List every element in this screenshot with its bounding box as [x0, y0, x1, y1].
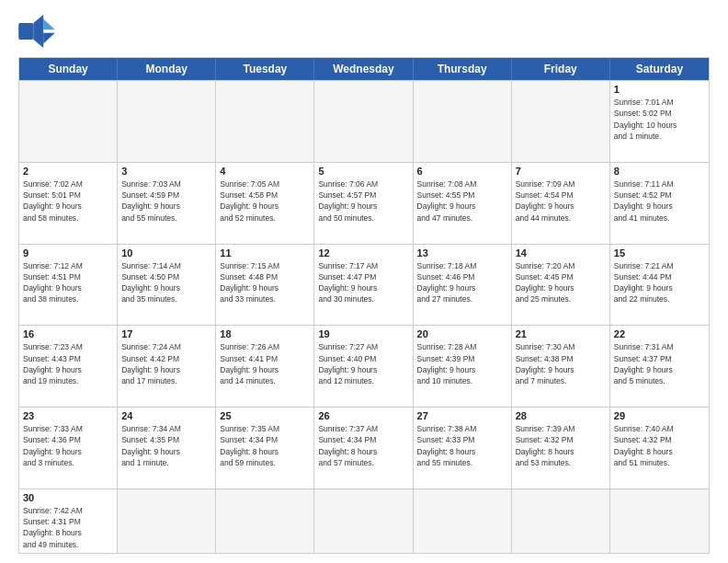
cal-cell-empty-5-5	[512, 489, 610, 553]
day-info: Sunrise: 7:35 AM Sunset: 4:34 PM Dayligh…	[220, 423, 310, 468]
day-info: Sunrise: 7:42 AM Sunset: 4:31 PM Dayligh…	[23, 505, 113, 550]
day-info: Sunrise: 7:23 AM Sunset: 4:43 PM Dayligh…	[23, 341, 113, 386]
day-info: Sunrise: 7:02 AM Sunset: 5:01 PM Dayligh…	[23, 178, 113, 224]
day-number: 18	[220, 328, 310, 339]
cal-cell-26: 26Sunrise: 7:37 AM Sunset: 4:34 PM Dayli…	[314, 408, 413, 488]
week-row-5: 30Sunrise: 7:42 AM Sunset: 4:31 PM Dayli…	[19, 488, 709, 553]
day-number: 20	[417, 328, 507, 339]
cal-cell-30: 30Sunrise: 7:42 AM Sunset: 4:31 PM Dayli…	[19, 489, 118, 553]
cal-cell-14: 14Sunrise: 7:20 AM Sunset: 4:45 PM Dayli…	[512, 245, 610, 326]
cal-cell-19: 19Sunrise: 7:27 AM Sunset: 4:40 PM Dayli…	[314, 326, 413, 407]
day-number: 16	[23, 328, 113, 339]
day-info: Sunrise: 7:15 AM Sunset: 4:48 PM Dayligh…	[220, 260, 310, 305]
cal-cell-13: 13Sunrise: 7:18 AM Sunset: 4:46 PM Dayli…	[414, 245, 512, 326]
day-info: Sunrise: 7:12 AM Sunset: 4:51 PM Dayligh…	[23, 260, 113, 305]
day-info: Sunrise: 7:34 AM Sunset: 4:35 PM Dayligh…	[121, 423, 211, 468]
day-info: Sunrise: 7:21 AM Sunset: 4:44 PM Dayligh…	[614, 260, 705, 305]
svg-marker-1	[33, 15, 43, 48]
day-info: Sunrise: 7:01 AM Sunset: 5:02 PM Dayligh…	[614, 97, 705, 142]
svg-marker-3	[43, 33, 55, 44]
day-number: 28	[516, 410, 606, 421]
cal-cell-empty-5-2	[216, 489, 314, 553]
cal-cell-22: 22Sunrise: 7:31 AM Sunset: 4:37 PM Dayli…	[610, 326, 709, 407]
cal-cell-24: 24Sunrise: 7:34 AM Sunset: 4:35 PM Dayli…	[118, 408, 216, 488]
calendar: SundayMondayTuesdayWednesdayThursdayFrid…	[18, 57, 710, 554]
day-info: Sunrise: 7:31 AM Sunset: 4:37 PM Dayligh…	[614, 341, 705, 386]
day-info: Sunrise: 7:03 AM Sunset: 4:59 PM Dayligh…	[121, 178, 211, 224]
day-number: 13	[417, 247, 507, 259]
day-info: Sunrise: 7:38 AM Sunset: 4:33 PM Dayligh…	[417, 423, 507, 468]
day-number: 26	[318, 410, 408, 421]
page: SundayMondayTuesdayWednesdayThursdayFrid…	[0, 0, 728, 563]
header-day-friday: Friday	[512, 58, 610, 80]
day-info: Sunrise: 7:37 AM Sunset: 4:34 PM Dayligh…	[318, 423, 408, 468]
day-info: Sunrise: 7:33 AM Sunset: 4:36 PM Dayligh…	[23, 423, 113, 468]
day-number: 30	[23, 492, 113, 503]
cal-cell-9: 9Sunrise: 7:12 AM Sunset: 4:51 PM Daylig…	[19, 245, 118, 326]
cal-cell-10: 10Sunrise: 7:14 AM Sunset: 4:50 PM Dayli…	[118, 245, 216, 326]
cal-cell-empty-5-4	[414, 489, 512, 553]
day-info: Sunrise: 7:14 AM Sunset: 4:50 PM Dayligh…	[121, 260, 211, 305]
cal-cell-15: 15Sunrise: 7:21 AM Sunset: 4:44 PM Dayli…	[610, 245, 709, 326]
week-row-3: 16Sunrise: 7:23 AM Sunset: 4:43 PM Dayli…	[19, 325, 709, 407]
day-number: 19	[318, 328, 408, 339]
day-number: 8	[614, 166, 705, 177]
cal-cell-28: 28Sunrise: 7:39 AM Sunset: 4:32 PM Dayli…	[512, 408, 610, 488]
cal-cell-6: 6Sunrise: 7:08 AM Sunset: 4:55 PM Daylig…	[414, 163, 512, 244]
week-row-4: 23Sunrise: 7:33 AM Sunset: 4:36 PM Dayli…	[19, 407, 709, 488]
cal-cell-3: 3Sunrise: 7:03 AM Sunset: 4:59 PM Daylig…	[118, 163, 216, 244]
day-number: 29	[614, 410, 705, 421]
day-number: 11	[220, 247, 310, 259]
cal-cell-29: 29Sunrise: 7:40 AM Sunset: 4:32 PM Dayli…	[610, 408, 709, 488]
cal-cell-16: 16Sunrise: 7:23 AM Sunset: 4:43 PM Dayli…	[19, 326, 118, 407]
day-number: 25	[220, 410, 310, 421]
cal-cell-empty-0-0	[19, 81, 118, 162]
svg-rect-0	[18, 23, 33, 40]
day-info: Sunrise: 7:18 AM Sunset: 4:46 PM Dayligh…	[417, 260, 507, 305]
cal-cell-empty-0-3	[314, 81, 413, 162]
cal-cell-25: 25Sunrise: 7:35 AM Sunset: 4:34 PM Dayli…	[216, 408, 314, 488]
day-number: 2	[23, 166, 113, 177]
day-info: Sunrise: 7:39 AM Sunset: 4:32 PM Dayligh…	[516, 423, 606, 468]
day-number: 23	[23, 410, 113, 421]
cal-cell-23: 23Sunrise: 7:33 AM Sunset: 4:36 PM Dayli…	[19, 408, 118, 488]
cal-cell-empty-5-3	[314, 489, 413, 553]
week-row-2: 9Sunrise: 7:12 AM Sunset: 4:51 PM Daylig…	[19, 244, 709, 326]
cal-cell-empty-5-6	[610, 489, 709, 553]
day-info: Sunrise: 7:20 AM Sunset: 4:45 PM Dayligh…	[516, 260, 606, 305]
header-day-tuesday: Tuesday	[216, 58, 314, 80]
day-number: 4	[220, 166, 310, 177]
header-day-saturday: Saturday	[610, 58, 709, 80]
day-info: Sunrise: 7:05 AM Sunset: 4:58 PM Dayligh…	[220, 178, 310, 224]
day-info: Sunrise: 7:08 AM Sunset: 4:55 PM Dayligh…	[417, 178, 507, 224]
day-number: 14	[516, 247, 606, 259]
day-number: 27	[417, 410, 507, 421]
day-info: Sunrise: 7:11 AM Sunset: 4:52 PM Dayligh…	[614, 178, 705, 224]
day-info: Sunrise: 7:24 AM Sunset: 4:42 PM Dayligh…	[121, 341, 211, 386]
cal-cell-20: 20Sunrise: 7:28 AM Sunset: 4:39 PM Dayli…	[414, 326, 512, 407]
header-day-thursday: Thursday	[414, 58, 512, 80]
day-info: Sunrise: 7:40 AM Sunset: 4:32 PM Dayligh…	[614, 423, 705, 468]
day-number: 24	[121, 410, 211, 421]
day-number: 7	[516, 166, 606, 177]
day-info: Sunrise: 7:27 AM Sunset: 4:40 PM Dayligh…	[318, 341, 408, 386]
day-info: Sunrise: 7:06 AM Sunset: 4:57 PM Dayligh…	[318, 178, 408, 224]
cal-cell-empty-5-1	[118, 489, 216, 553]
header-day-sunday: Sunday	[19, 58, 118, 80]
cal-cell-27: 27Sunrise: 7:38 AM Sunset: 4:33 PM Dayli…	[414, 408, 512, 488]
day-info: Sunrise: 7:26 AM Sunset: 4:41 PM Dayligh…	[220, 341, 310, 386]
cal-cell-4: 4Sunrise: 7:05 AM Sunset: 4:58 PM Daylig…	[216, 163, 314, 244]
day-info: Sunrise: 7:30 AM Sunset: 4:38 PM Dayligh…	[516, 341, 606, 386]
cal-cell-2: 2Sunrise: 7:02 AM Sunset: 5:01 PM Daylig…	[19, 163, 118, 244]
cal-cell-empty-0-2	[216, 81, 314, 162]
cal-cell-11: 11Sunrise: 7:15 AM Sunset: 4:48 PM Dayli…	[216, 245, 314, 326]
week-row-1: 2Sunrise: 7:02 AM Sunset: 5:01 PM Daylig…	[19, 162, 709, 244]
day-number: 6	[417, 166, 507, 177]
day-number: 17	[121, 328, 211, 339]
cal-cell-empty-0-5	[512, 81, 610, 162]
header	[18, 15, 710, 48]
day-info: Sunrise: 7:09 AM Sunset: 4:54 PM Dayligh…	[516, 178, 606, 224]
cal-cell-empty-0-4	[414, 81, 512, 162]
cal-cell-8: 8Sunrise: 7:11 AM Sunset: 4:52 PM Daylig…	[610, 163, 709, 244]
cal-cell-18: 18Sunrise: 7:26 AM Sunset: 4:41 PM Dayli…	[216, 326, 314, 407]
